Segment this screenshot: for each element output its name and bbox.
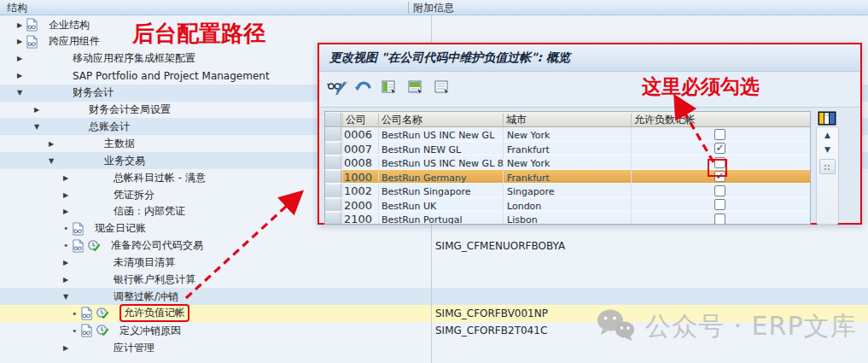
row-select-cell[interactable] — [325, 170, 341, 184]
doc-icon[interactable] — [26, 18, 38, 32]
doc-icon[interactable] — [72, 239, 84, 253]
tree-item-label[interactable]: 调整过帐/冲销 — [114, 290, 178, 304]
tree-collapse-icon[interactable]: ▼ — [49, 157, 59, 165]
doc-icon[interactable] — [72, 222, 84, 236]
row-select-cell[interactable] — [325, 198, 341, 212]
tree-item-17[interactable]: ▼调整过帐/冲销 — [0, 288, 868, 305]
tree-item-14[interactable]: •准备跨公司代码交易SIMG_CFMENUORFBOBYA — [0, 237, 868, 255]
row-select-cell[interactable] — [325, 184, 341, 197]
column-header-3[interactable]: 城市 — [506, 113, 527, 127]
tree-item-label[interactable]: 未清项目清算 — [114, 255, 175, 270]
scrollbar-thumb[interactable] — [819, 159, 836, 174]
select-all-corner-cell[interactable] — [325, 112, 341, 126]
tree-expand-icon[interactable]: ▶ — [17, 72, 27, 79]
tree-item-label[interactable]: 银行帐户利息计算 — [114, 272, 195, 287]
tree-item-label[interactable]: 现金日记账 — [95, 221, 146, 236]
tree-item-16[interactable]: ▶银行帐户利息计算 — [0, 272, 868, 289]
table-row-2000[interactable]: 2000BestRun UKLondon — [325, 198, 810, 213]
tree-expand-icon[interactable]: ▶ — [63, 344, 73, 352]
negative-postings-checkbox[interactable] — [714, 129, 725, 140]
tree-item-label[interactable]: 企业结构 — [49, 18, 90, 32]
tree-expand-icon[interactable]: ▶ — [49, 140, 59, 148]
checkbox-highlight-box — [708, 159, 727, 177]
tree-item-label[interactable]: 财务会计全局设置 — [89, 102, 171, 117]
tree-item-label[interactable]: 主数据 — [104, 137, 135, 151]
annotation-config-path: 后台配置路径 — [132, 19, 265, 49]
table-row-2100[interactable]: 2100BestRun PortugalLisbon — [325, 212, 810, 225]
select-block-icon[interactable] — [406, 80, 427, 99]
tree-expand-icon[interactable]: ▶ — [63, 208, 73, 215]
deselect-all-icon[interactable] — [433, 80, 453, 99]
table-row-1002[interactable]: 1002BestRun SingaporeSingapore — [325, 184, 810, 198]
company-code: 2000 — [344, 199, 372, 212]
display-change-icon[interactable] — [327, 80, 347, 99]
vertical-scrollbar[interactable]: ▲ ▼ — [816, 126, 839, 225]
tree-item-label[interactable]: 财务会计 — [73, 85, 114, 100]
tree-item-label[interactable]: 定义冲销原因 — [119, 324, 181, 338]
tree-expand-icon[interactable]: ▶ — [63, 174, 73, 182]
select-all-icon[interactable] — [380, 80, 400, 99]
tree-item-label[interactable]: 业务交易 — [104, 154, 145, 168]
tree-item-info-code: SIMG_CFORFBV001NP — [435, 307, 548, 319]
change-view-dialog: 更改视图 "在公司代码中维护负值过帐": 概览 公司公司名称城市允许负数记帐 0… — [317, 43, 862, 225]
negative-postings-checkbox[interactable]: ✓ — [714, 143, 725, 154]
negative-postings-checkbox[interactable] — [714, 214, 725, 225]
company-code: 0006 — [344, 128, 372, 141]
tree-collapse-icon[interactable]: ▼ — [34, 123, 44, 131]
activity-icon[interactable] — [87, 239, 101, 253]
column-header-2[interactable]: 公司名称 — [382, 113, 422, 127]
table-row-0008[interactable]: 0008BestRun US INC New GL 8New York — [325, 155, 810, 170]
header-column-divider[interactable] — [408, 2, 409, 14]
table-row-0006[interactable]: 0006BestRun US INC New GLNew York — [325, 127, 810, 142]
row-select-cell[interactable] — [325, 127, 341, 141]
company-code: 0007 — [344, 143, 372, 155]
scroll-down-icon[interactable]: ▼ — [820, 143, 835, 156]
tree-item-label[interactable]: 移动应用程序集成框架配置 — [73, 51, 195, 66]
tree-item-label[interactable]: 跨应用组件 — [49, 34, 100, 49]
row-select-cell[interactable] — [325, 142, 341, 155]
activity-icon[interactable] — [96, 324, 109, 337]
company-city: Frankfurt — [507, 144, 550, 155]
tree-item-label[interactable]: 应计管理 — [114, 341, 154, 355]
tree-item-label[interactable]: SAP Portfolio and Project Management — [73, 70, 270, 82]
tree-collapse-icon[interactable]: ▼ — [63, 293, 73, 301]
company-city: Singapore — [507, 186, 555, 197]
tree-item-1[interactable]: ▶企业结构 — [0, 16, 868, 33]
company-name: BestRun US INC New GL 8 — [382, 158, 504, 169]
company-table-header: 公司公司名称城市允许负数记帐 — [325, 112, 810, 127]
negative-postings-checkbox[interactable] — [714, 199, 725, 210]
scroll-up-icon[interactable]: ▲ — [820, 129, 835, 142]
company-city: Frankfurt — [507, 173, 550, 184]
table-row-1000[interactable]: 1000BestRun GermanyFrankfurt✓ — [325, 170, 810, 184]
company-code: 2100 — [344, 213, 372, 225]
tree-expand-icon[interactable]: ▶ — [34, 106, 44, 114]
structure-column-header: 结构 — [7, 1, 27, 15]
doc-icon[interactable] — [26, 35, 38, 49]
tree-collapse-icon[interactable]: ▼ — [17, 89, 27, 97]
column-header-1[interactable]: 公司 — [346, 113, 366, 127]
column-header-4[interactable]: 允许负数记帐 — [634, 113, 696, 127]
negative-postings-checkbox[interactable] — [714, 185, 725, 196]
tree-expand-icon[interactable]: ▶ — [63, 276, 73, 284]
tree-item-label[interactable]: 总账会计 — [89, 120, 130, 134]
tree-item-15[interactable]: ▶未清项目清算 — [0, 255, 868, 272]
row-select-cell[interactable] — [325, 155, 341, 169]
row-select-cell[interactable] — [325, 212, 341, 225]
activity-icon[interactable] — [96, 307, 109, 320]
doc-icon[interactable] — [80, 307, 93, 320]
undo-icon[interactable] — [353, 80, 374, 99]
tree-item-label[interactable]: 凭证拆分 — [114, 188, 154, 202]
doc-icon[interactable] — [80, 324, 93, 337]
tree-expand-icon[interactable]: ▶ — [63, 191, 73, 199]
table-settings-icon[interactable] — [818, 111, 836, 128]
company-code: 0008 — [344, 156, 372, 169]
tree-item-info-code: SIMG_CFMENUORFBOBYA — [435, 240, 565, 252]
tree-expand-icon[interactable]: ▶ — [17, 55, 27, 62]
tree-item-label[interactable]: 允许负值记帐 — [119, 304, 189, 322]
tree-item-label[interactable]: 总帐科目过帐 - 满意 — [114, 171, 206, 185]
tree-item-label[interactable]: 准备跨公司代码交易 — [111, 238, 203, 253]
table-row-0007[interactable]: 0007BestRun NEW GLFrankfurt✓ — [325, 142, 810, 156]
tree-expand-icon[interactable]: ▶ — [63, 259, 73, 266]
tree-item-label[interactable]: 信函：内部凭证 — [114, 204, 185, 219]
wechat-icon — [596, 307, 637, 346]
